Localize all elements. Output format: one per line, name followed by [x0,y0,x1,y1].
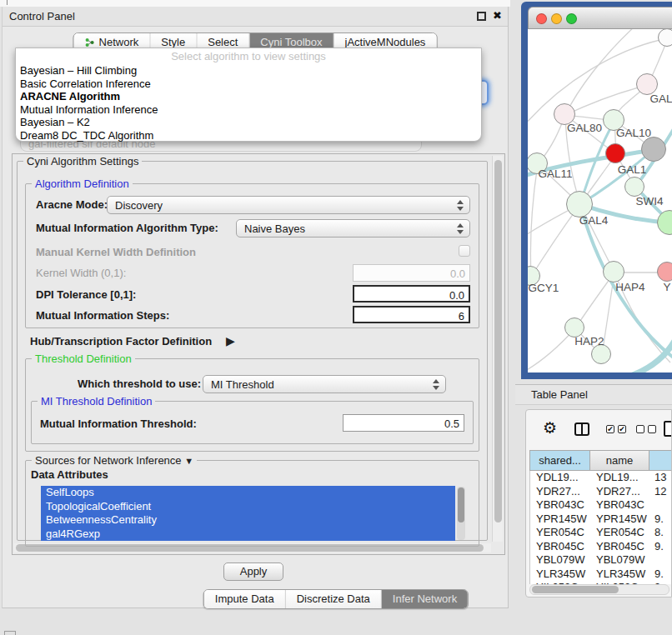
cell[interactable]: 13 [654,471,666,485]
network-view-frame: GAL80 GAL10 GAL1 GAL GAL11 SWI4 GAL4 GCY… [521,2,672,379]
tab-discretize-data[interactable]: Discretize Data [286,590,382,608]
scrollbar-thumb[interactable] [458,488,464,522]
cell[interactable]: YLR345W [536,568,585,582]
close-panel-icon[interactable]: ✖ [493,9,502,22]
mi-threshold-field[interactable]: 0.5 [343,414,464,432]
algorithm-option[interactable]: Dream8 DC_TDC Algorithm [16,129,481,142]
table-row[interactable]: YLR345WYLR345W9. [530,568,671,582]
network-node-hap4[interactable] [603,261,624,282]
cell[interactable]: YER054C [536,526,584,540]
table-row[interactable]: YBL079WYBL079W [530,553,671,568]
table-row[interactable]: YBR045CYBR045C9. [530,540,671,554]
cell[interactable]: YPR145W [536,512,587,527]
mi-threshold-definition-group: MI Threshold Definition Mutual Informati… [31,401,474,444]
cell[interactable]: YER054C [596,526,644,540]
cell[interactable]: YBL079W [536,553,585,568]
scrollbar-thumb[interactable] [494,160,502,522]
window-close-button[interactable] [536,13,547,24]
window-zoom-button[interactable] [566,13,577,24]
manual-kernel-checkbox[interactable] [459,245,470,257]
algorithm-option[interactable]: Bayesian – Hill Climbing [16,64,481,78]
cell[interactable]: YDR27... [536,485,580,499]
cell[interactable]: YBL079W [596,553,645,568]
attribute-item[interactable]: BetweennessCentrality [41,513,455,528]
cell[interactable]: YBR045C [536,540,584,554]
table-row[interactable]: YER054CYER054C8. [530,526,671,540]
apply-button[interactable]: Apply [223,562,283,581]
data-attributes-list: SelfLoops TopologicalCoefficient Between… [41,486,455,541]
scrollbar-thumb[interactable] [532,586,619,593]
float-panel-icon[interactable] [477,12,486,21]
column-header-partial[interactable] [649,450,672,471]
hub-section-toggle[interactable]: Hub/Transcription Factor Definition [30,335,212,348]
network-node-swi4[interactable] [624,177,644,197]
split-columns-icon[interactable] [574,422,589,436]
cell[interactable]: 9. [654,540,664,554]
window-minimize-button[interactable] [551,13,562,24]
cell[interactable]: 9. [654,568,664,582]
table-row[interactable]: YDL19...YDL19...13 [530,471,671,485]
column-header-name[interactable]: name [590,450,649,471]
table-row[interactable]: YDR27...YDR27...12 [530,485,671,499]
expanded-arrow-icon[interactable]: ▼ [184,456,193,466]
node-label: GAL4 [579,214,609,227]
checked-checkbox-icon[interactable]: ✔ [618,425,626,433]
cell[interactable]: YBR043C [536,498,584,512]
list-scrollbar[interactable] [457,487,465,540]
attribute-item[interactable]: SelfLoops [41,486,455,500]
node-label: GAL [649,92,672,105]
minimized-panel-icon[interactable] [4,631,16,635]
which-threshold-combo[interactable]: MI Threshold [203,375,446,393]
node-label: GAL1 [618,163,647,176]
cell[interactable]: YLR345W [596,568,645,582]
document-icon[interactable] [664,421,672,437]
kernel-width-field[interactable]: 0.0 [353,264,470,282]
cell[interactable]: YDL19... [536,471,579,485]
cell[interactable]: 9. [654,512,664,527]
node-label: GAL11 [538,168,572,180]
cell[interactable]: 8. [654,526,664,540]
collapsed-arrow-icon[interactable]: ▶ [226,334,235,348]
unchecked-checkbox-icon[interactable] [636,425,644,433]
aracne-mode-label: Aracne Mode: [36,198,108,211]
dpi-tolerance-field[interactable]: 0.0 [353,285,470,302]
cell[interactable]: YBR043C [596,498,644,512]
cell[interactable]: YDR27... [596,485,640,499]
network-node-y[interactable] [657,262,672,282]
network-node[interactable] [591,344,611,364]
tab-impute-data[interactable]: Impute Data [204,590,286,608]
algorithm-dropdown-popup: Select algorithm to view settings Bayesi… [15,48,482,142]
network-canvas[interactable]: GAL80 GAL10 GAL1 GAL GAL11 SWI4 GAL4 GCY… [528,29,672,372]
tab-infer-network[interactable]: Infer Network [382,590,468,608]
node-label: SWI4 [635,195,663,208]
network-window-titlebar[interactable] [528,7,672,29]
unchecked-checkbox-icon[interactable] [648,425,656,433]
network-icon [85,38,95,48]
combo-arrows-icon [457,223,464,234]
cell[interactable]: 12 [654,485,666,499]
algorithm-option[interactable]: Bayesian – K2 [16,116,481,129]
algorithm-option[interactable]: Basic Correlation Inference [16,78,481,91]
aracne-mode-combo[interactable]: Discovery [107,196,470,214]
table-horizontal-scrollbar[interactable] [529,584,669,595]
algorithm-option[interactable]: Mutual Information Inference [16,103,481,117]
checked-checkbox-icon[interactable]: ✔ [606,425,614,433]
table-row[interactable]: YPR145WYPR145W9. [530,512,671,527]
settings-vertical-scrollbar[interactable] [492,156,503,542]
cell[interactable]: YBR045C [596,540,644,554]
network-node-gal1[interactable] [605,143,625,163]
algorithm-option-selected[interactable]: ARACNE Algorithm [16,90,481,103]
cell[interactable]: YPR145W [596,512,647,527]
node-label: GAL10 [616,127,651,139]
attribute-item[interactable]: gal4RGexp [41,528,455,542]
mi-steps-field[interactable]: 6 [353,306,470,323]
cell[interactable]: YDL19... [596,471,639,485]
table-row[interactable]: YBR043CYBR043C [530,498,671,512]
mi-algorithm-type-combo[interactable]: Naive Bayes [236,219,470,238]
network-node[interactable] [641,137,666,162]
control-panel-title: Control Panel [9,10,75,22]
attribute-item[interactable]: TopologicalCoefficient [41,500,455,514]
gear-icon[interactable]: ⚙ [543,418,557,438]
column-header-shared-name[interactable]: shared... [529,450,590,471]
network-node[interactable] [658,29,672,47]
